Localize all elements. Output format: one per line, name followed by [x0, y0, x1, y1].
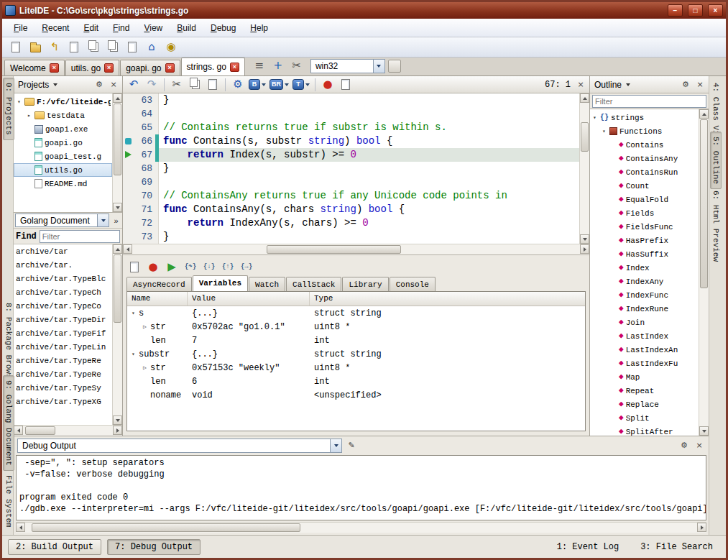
- debug-output-text[interactable]: -sep=", ": setup separators -v=false: ve…: [16, 455, 706, 520]
- step-over-icon[interactable]: {↷}: [183, 259, 198, 275]
- outline-item[interactable]: ◆HasSuffix: [590, 247, 699, 261]
- output-selector[interactable]: Debug Output: [17, 439, 342, 453]
- outline-item[interactable]: ◆FieldsFunc: [590, 220, 699, 234]
- tab-strings-go[interactable]: strings. go×: [181, 58, 245, 75]
- outline-item[interactable]: ◆LastIndex: [590, 329, 699, 343]
- debug-tab-asyncrecord[interactable]: AsyncRecord: [126, 277, 192, 291]
- status-button-2-build-output[interactable]: 2: Build Output: [8, 539, 101, 555]
- outline-item[interactable]: ◆ContainsAny: [590, 152, 699, 165]
- scroll-left-icon[interactable]: [14, 426, 23, 435]
- output-close-icon[interactable]: ×: [694, 440, 705, 451]
- debug-tab-variables[interactable]: Variables: [193, 275, 248, 291]
- variable-row[interactable]: ▷str0x57153c "weekly"uint8 *: [127, 361, 585, 375]
- editor-close-icon[interactable]: ×: [575, 79, 586, 91]
- menu-item-recent[interactable]: Recent: [34, 20, 76, 36]
- menu-item-help[interactable]: Help: [243, 20, 275, 36]
- dock-tab-0-projects[interactable]: 0: Projects: [3, 78, 14, 140]
- column-header-type[interactable]: Type: [310, 292, 585, 306]
- project-tree-item[interactable]: ▾F:/vfc/liteide-g: [14, 95, 112, 109]
- chevron-down-icon[interactable]: [330, 439, 341, 452]
- code-line[interactable]: 66func Contains(s, substr string) bool {: [123, 134, 579, 148]
- expander-icon[interactable]: ▾: [130, 310, 137, 316]
- run-to-line-icon[interactable]: {→}: [239, 259, 254, 275]
- chevron-down-icon[interactable]: [305, 83, 310, 86]
- debug-tab-console[interactable]: Console: [390, 277, 436, 291]
- status-button-7-debug-output[interactable]: 7: Debug Output: [107, 539, 201, 555]
- chevron-down-icon[interactable]: [262, 83, 266, 86]
- scroll-thumb[interactable]: [114, 254, 121, 323]
- editor-vscrollbar[interactable]: [579, 93, 589, 244]
- tab-close-icon[interactable]: ×: [50, 63, 59, 73]
- clear-output-icon[interactable]: ✎: [346, 440, 357, 451]
- code-line[interactable]: 70// ContainsAny returns true if any Uni…: [123, 189, 579, 203]
- expander-icon[interactable]: ▾: [601, 128, 607, 134]
- outline-item[interactable]: ▾Functions: [590, 124, 699, 138]
- project-tree-item[interactable]: goapi_test.g: [14, 150, 112, 163]
- outline-item[interactable]: ◆Contains: [590, 138, 699, 152]
- doc-list-item[interactable]: archive/tar.TypeLin: [14, 341, 112, 354]
- menu-item-debug[interactable]: Debug: [203, 20, 243, 36]
- stop-debug-icon[interactable]: ●: [145, 259, 161, 275]
- outline-item[interactable]: ▾{}strings: [590, 111, 699, 124]
- tab-welcome[interactable]: Welcome×: [4, 60, 65, 75]
- scroll-down-icon[interactable]: [113, 416, 122, 425]
- open-folder-icon[interactable]: ↰: [47, 40, 63, 55]
- outline-scrollbar[interactable]: [699, 109, 709, 436]
- scroll-up-icon[interactable]: [113, 93, 122, 103]
- chevron-down-icon[interactable]: [97, 214, 109, 226]
- copy-icon[interactable]: [105, 40, 121, 55]
- expander-icon[interactable]: ▸: [26, 112, 32, 119]
- outline-item[interactable]: ◆EqualFold: [590, 193, 699, 206]
- copy-icon[interactable]: [187, 77, 203, 93]
- outline-item[interactable]: ◆Index: [590, 261, 699, 275]
- doc-list-item[interactable]: archive/tar.TypeCo: [14, 300, 112, 313]
- expander-icon[interactable]: ▷: [142, 323, 148, 330]
- scroll-thumb[interactable]: [32, 523, 300, 532]
- save-all-icon[interactable]: [86, 40, 101, 55]
- output-hscrollbar[interactable]: [16, 522, 706, 533]
- scroll-down-icon[interactable]: [113, 203, 122, 212]
- new-file-icon[interactable]: [8, 40, 24, 55]
- code-line[interactable]: 68}: [123, 162, 579, 175]
- column-header-name[interactable]: Name: [127, 292, 188, 306]
- menu-item-edit[interactable]: Edit: [76, 20, 106, 36]
- menu-item-build[interactable]: Build: [170, 20, 203, 36]
- tab-utils-go[interactable]: utils. go×: [65, 60, 119, 75]
- scroll-up-icon[interactable]: [699, 109, 709, 119]
- project-tree-item[interactable]: ▸testdata: [14, 109, 112, 122]
- project-tree-item[interactable]: utils.go: [14, 163, 112, 177]
- code-editor[interactable]: 63}6465// Contains returns true if subst…: [123, 93, 589, 255]
- outline-item[interactable]: ◆IndexFunc: [590, 288, 699, 302]
- save-icon[interactable]: [66, 40, 82, 55]
- code-line[interactable]: 72 return IndexAny(s, chars) >= 0: [123, 216, 579, 230]
- scroll-up-icon[interactable]: [113, 244, 122, 254]
- outline-item[interactable]: ◆SplitAfter: [590, 425, 699, 436]
- scroll-thumb[interactable]: [700, 119, 708, 288]
- menu-item-view[interactable]: View: [137, 20, 170, 36]
- variable-row[interactable]: ▷str0x5702ac "go1.0.1"uint8 *: [127, 320, 585, 334]
- doc-list-item[interactable]: archive/tar.: [14, 259, 112, 272]
- step-into-icon[interactable]: {↓}: [201, 259, 217, 275]
- menu-item-find[interactable]: Find: [106, 20, 137, 36]
- undo-icon[interactable]: ↶: [126, 77, 142, 93]
- project-tree-item[interactable]: goapi.go: [14, 136, 112, 150]
- debug-tab-watch[interactable]: Watch: [249, 277, 285, 291]
- chevron-down-icon[interactable]: [373, 60, 384, 73]
- build-button[interactable]: B: [248, 77, 267, 93]
- paste-icon[interactable]: [205, 77, 221, 93]
- chevron-down-icon[interactable]: [626, 83, 630, 86]
- outline-view-selector[interactable]: Outline: [593, 79, 623, 91]
- chevron-down-icon[interactable]: [285, 83, 289, 86]
- doc-list-item[interactable]: archive/tar: [14, 245, 112, 259]
- paste-icon[interactable]: [124, 40, 140, 55]
- outline-item[interactable]: ◆Map: [590, 370, 699, 384]
- doc-view-selector[interactable]: Golang Document: [15, 214, 109, 227]
- outline-item[interactable]: ◆HasPrefix: [590, 234, 699, 247]
- status-item-3-file-search[interactable]: 3: File Search: [640, 542, 713, 552]
- dock-tab-file-system[interactable]: File System: [3, 470, 14, 533]
- doc-list-item[interactable]: archive/tar.TypeRe: [14, 368, 112, 382]
- chevron-down-icon[interactable]: [53, 83, 57, 86]
- outline-item[interactable]: ◆IndexAny: [590, 275, 699, 288]
- projects-close-icon[interactable]: ×: [108, 79, 119, 91]
- show-current-line-icon[interactable]: [126, 259, 142, 275]
